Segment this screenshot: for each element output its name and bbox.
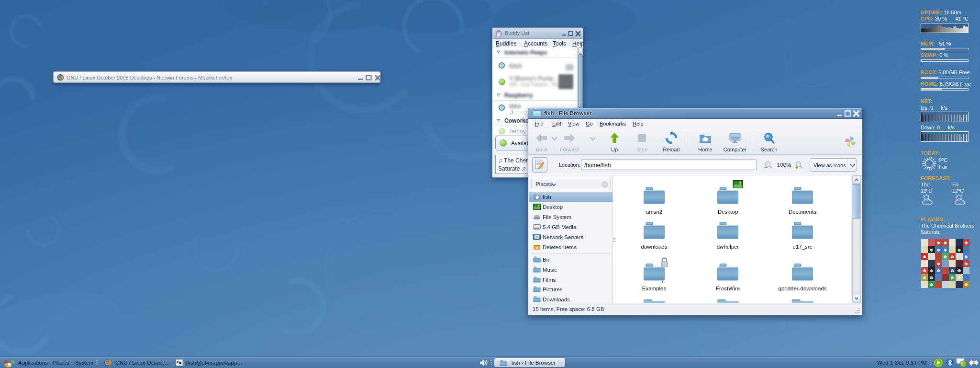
svg-text:#: # [177, 360, 178, 364]
